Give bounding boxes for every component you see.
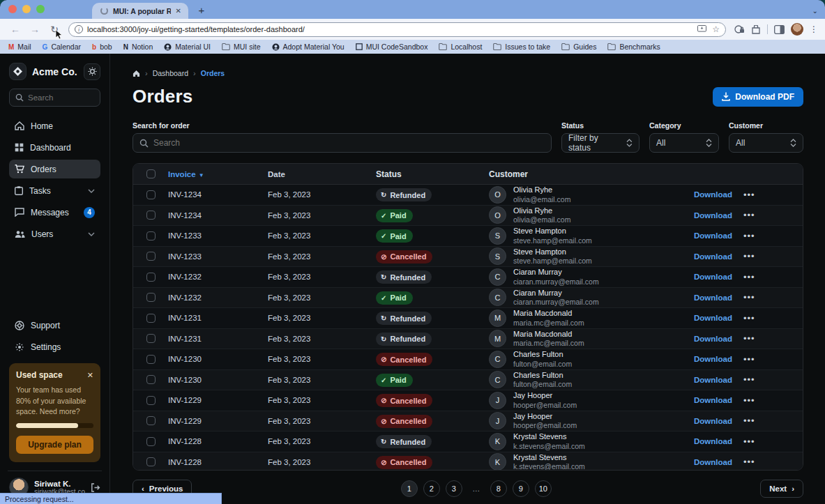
row-menu-icon[interactable]: •••: [743, 272, 755, 282]
download-link[interactable]: Download: [694, 190, 732, 199]
row-menu-icon[interactable]: •••: [743, 415, 755, 426]
row-menu-icon[interactable]: •••: [743, 354, 755, 365]
row-checkbox[interactable]: [146, 211, 156, 220]
download-link[interactable]: Download: [694, 458, 732, 466]
row-checkbox[interactable]: [146, 231, 156, 240]
sidebar-item-orders[interactable]: Orders: [9, 160, 100, 178]
page-button-3[interactable]: 3: [446, 480, 462, 497]
bookmark-item[interactable]: Adopt Material You: [272, 43, 345, 51]
minimize-window-button[interactable]: [22, 5, 31, 13]
install-app-icon[interactable]: [697, 25, 706, 33]
bookmark-item[interactable]: Guides: [561, 43, 596, 51]
browser-menu-icon[interactable]: ⋮: [810, 24, 818, 34]
bookmark-item[interactable]: MUI site: [222, 43, 261, 51]
tab-close-icon[interactable]: ✕: [176, 7, 181, 15]
back-button[interactable]: ←: [7, 21, 24, 38]
home-icon[interactable]: [133, 70, 140, 77]
download-link[interactable]: Download: [694, 417, 732, 425]
bookmark-item[interactable]: G Calendar: [43, 43, 81, 51]
sidebar-item-users[interactable]: Users: [9, 224, 100, 243]
row-menu-icon[interactable]: •••: [743, 210, 755, 220]
window-controls[interactable]: [0, 5, 52, 19]
browser-tab[interactable]: MUI: A popular React UI fram ✕: [92, 3, 188, 19]
breadcrumb-dashboard[interactable]: Dashboard: [153, 69, 188, 77]
address-bar[interactable]: i localhost:3000/joy-ui/getting-started/…: [68, 22, 726, 37]
row-checkbox[interactable]: [146, 273, 156, 282]
bookmark-item[interactable]: Localhost: [439, 43, 482, 51]
bookmark-item[interactable]: Benchmarks: [607, 43, 660, 51]
row-checkbox[interactable]: [146, 375, 156, 384]
bookmark-item[interactable]: M Mail: [8, 43, 31, 51]
new-tab-button[interactable]: +: [194, 2, 209, 17]
logout-icon[interactable]: [91, 483, 100, 492]
sidebar-item-support[interactable]: Support: [9, 316, 100, 335]
next-page-button[interactable]: Next ›: [760, 480, 803, 498]
profile-avatar[interactable]: [791, 23, 803, 36]
forward-button[interactable]: →: [27, 21, 43, 38]
download-link[interactable]: Download: [694, 211, 732, 220]
row-checkbox[interactable]: [146, 437, 156, 446]
sidebar-search-field[interactable]: [28, 93, 91, 102]
download-link[interactable]: Download: [694, 396, 732, 404]
customer-filter-select[interactable]: All: [729, 133, 803, 153]
bookmark-item[interactable]: b bob: [92, 43, 112, 51]
download-link[interactable]: Download: [694, 314, 732, 322]
download-link[interactable]: Download: [694, 293, 732, 302]
row-menu-icon[interactable]: •••: [743, 190, 755, 200]
download-link[interactable]: Download: [694, 376, 732, 384]
row-menu-icon[interactable]: •••: [743, 395, 755, 406]
row-checkbox[interactable]: [146, 293, 156, 302]
zoom-window-button[interactable]: [36, 5, 45, 13]
bookmark-item[interactable]: Material UI: [164, 43, 211, 51]
row-menu-icon[interactable]: •••: [743, 231, 755, 241]
row-checkbox[interactable]: [146, 355, 156, 364]
close-window-button[interactable]: [8, 5, 17, 13]
sidebar-item-tasks[interactable]: Tasks: [9, 181, 100, 200]
row-menu-icon[interactable]: •••: [743, 292, 755, 303]
download-link[interactable]: Download: [694, 231, 732, 240]
row-menu-icon[interactable]: •••: [743, 333, 755, 344]
upgrade-plan-button[interactable]: Upgrade plan: [16, 436, 93, 454]
sidebar-item-settings[interactable]: Settings: [9, 337, 100, 356]
row-menu-icon[interactable]: •••: [743, 251, 755, 261]
page-button-8[interactable]: 8: [490, 480, 507, 497]
download-link[interactable]: Download: [694, 437, 732, 445]
bookmark-item[interactable]: Issues to take: [493, 43, 550, 51]
row-checkbox[interactable]: [146, 416, 156, 425]
sidebar-item-dashboard[interactable]: Dashboard: [9, 138, 100, 157]
bookmark-item[interactable]: MUI CodeSandbox: [356, 43, 428, 51]
sidebar-item-home[interactable]: Home: [9, 116, 100, 135]
row-menu-icon[interactable]: •••: [743, 457, 755, 467]
row-checkbox[interactable]: [146, 252, 156, 261]
category-filter-select[interactable]: All: [649, 133, 719, 153]
row-checkbox[interactable]: [146, 457, 156, 466]
url-text[interactable]: localhost:3000/joy-ui/getting-started/te…: [87, 25, 693, 33]
page-button-10[interactable]: 10: [535, 480, 552, 497]
bookmark-star-icon[interactable]: ☆: [712, 24, 720, 34]
order-search-input[interactable]: [133, 133, 552, 153]
site-permissions-icon[interactable]: [734, 24, 745, 34]
row-menu-icon[interactable]: •••: [743, 436, 755, 447]
tab-search-chevron-icon[interactable]: ⌄: [812, 7, 818, 15]
order-search-field[interactable]: [153, 138, 545, 148]
reload-button[interactable]: ↻: [46, 21, 63, 38]
row-checkbox[interactable]: [146, 190, 156, 199]
row-checkbox[interactable]: [146, 396, 156, 405]
row-menu-icon[interactable]: •••: [743, 313, 755, 323]
bookmark-item[interactable]: N Notion: [123, 43, 153, 51]
extensions-icon[interactable]: [751, 25, 761, 34]
site-info-icon[interactable]: i: [75, 25, 83, 33]
download-pdf-button[interactable]: Download PDF: [713, 87, 803, 107]
page-button-9[interactable]: 9: [513, 480, 529, 497]
download-link[interactable]: Download: [694, 252, 732, 261]
row-checkbox[interactable]: [146, 314, 156, 323]
download-link[interactable]: Download: [694, 355, 732, 363]
row-checkbox[interactable]: [146, 334, 156, 343]
color-scheme-toggle-button[interactable]: [84, 63, 100, 80]
sidebar-item-messages[interactable]: Messages 4: [9, 203, 100, 222]
page-button-2[interactable]: 2: [423, 480, 440, 497]
page-button-1[interactable]: 1: [401, 480, 418, 497]
status-filter-select[interactable]: Filter by status: [561, 133, 639, 153]
sidebar-search-input[interactable]: [9, 89, 100, 107]
column-invoice[interactable]: Invoice▼: [168, 170, 268, 178]
